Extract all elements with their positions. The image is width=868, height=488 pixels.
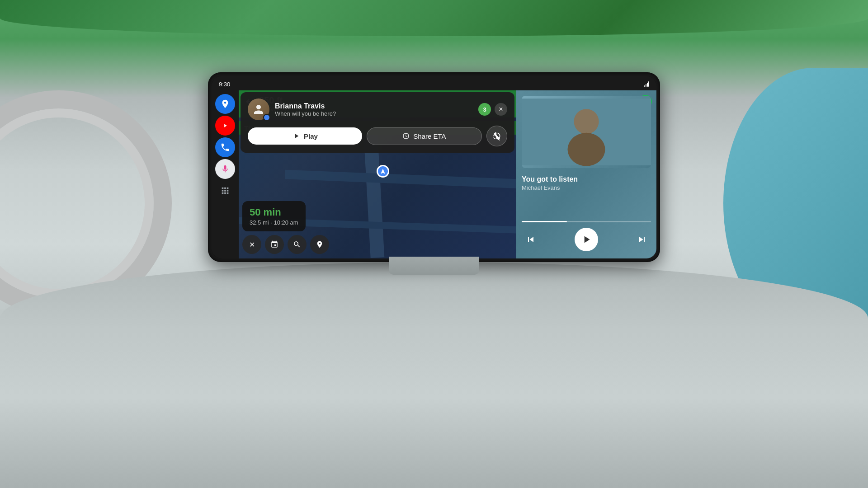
foliage-decoration: [0, 0, 868, 36]
sidebar: [212, 90, 239, 258]
next-track-button[interactable]: [633, 230, 651, 249]
play-label: Play: [304, 132, 318, 140]
screen-mount: [389, 257, 479, 275]
contact-name: Brianna Travis: [275, 102, 473, 110]
music-progress-fill: [522, 221, 567, 222]
play-pause-button[interactable]: [575, 228, 598, 251]
status-time: 9:30: [219, 81, 230, 88]
music-title: You got to listen: [522, 175, 651, 183]
eta-info-box: 50 min 32.5 mi · 10:20 am: [242, 201, 306, 231]
sidebar-item-mic[interactable]: [215, 159, 235, 179]
sidebar-item-youtube[interactable]: [215, 116, 235, 136]
notification-header: Brianna Travis When will you be here? 3 …: [248, 99, 507, 120]
avatar-messenger-badge: [263, 114, 270, 121]
sidebar-item-phone[interactable]: [215, 137, 235, 157]
sidebar-item-maps[interactable]: [215, 94, 235, 114]
screen-content: ↰ 350 ft 101 W Pac Then →: [212, 90, 656, 258]
location-indicator: [377, 165, 389, 178]
mute-button[interactable]: [486, 126, 507, 146]
eta-minutes: 50 min: [250, 206, 298, 218]
close-route-button[interactable]: ✕: [242, 235, 261, 254]
save-location-button[interactable]: [310, 235, 329, 254]
search-map-button[interactable]: [288, 235, 307, 254]
close-notification-button[interactable]: ×: [495, 103, 507, 116]
map-controls: ✕: [242, 235, 513, 254]
svg-line-2: [285, 174, 516, 183]
svg-point-5: [574, 109, 599, 134]
notification-card: Brianna Travis When will you be here? 3 …: [241, 92, 514, 153]
music-artist: Michael Evans: [522, 184, 651, 191]
play-button[interactable]: Play: [248, 127, 362, 145]
music-controls: [522, 226, 651, 253]
contact-avatar: [248, 99, 269, 120]
share-eta-button[interactable]: Share ETA: [367, 127, 482, 145]
notification-actions: 3 ×: [478, 103, 507, 116]
status-bar: 9:30: [212, 76, 656, 90]
notification-text: Brianna Travis When will you be here?: [275, 102, 473, 117]
sidebar-item-apps[interactable]: [215, 181, 235, 201]
navigation-area: ↰ 350 ft 101 W Pac Then →: [239, 90, 516, 258]
notification-message: When will you be here?: [275, 110, 473, 117]
music-progress-bar: [522, 221, 651, 222]
infotainment-screen: 9:30: [208, 72, 660, 262]
status-icons: [644, 81, 649, 87]
signal-icon: [644, 81, 649, 87]
music-info: You got to listen Michael Evans: [522, 174, 651, 217]
dashboard-surface: [0, 262, 868, 488]
eta-details: 32.5 mi · 10:20 am: [250, 219, 298, 226]
unread-count-badge: 3: [478, 103, 491, 116]
notification-action-buttons: Play Share ETA: [248, 126, 507, 146]
route-options-button[interactable]: [265, 235, 284, 254]
music-panel: You got to listen Michael Evans: [516, 90, 656, 258]
previous-track-button[interactable]: [522, 230, 540, 249]
svg-rect-6: [567, 133, 605, 166]
share-eta-label: Share ETA: [413, 132, 446, 140]
album-art: [522, 96, 651, 168]
